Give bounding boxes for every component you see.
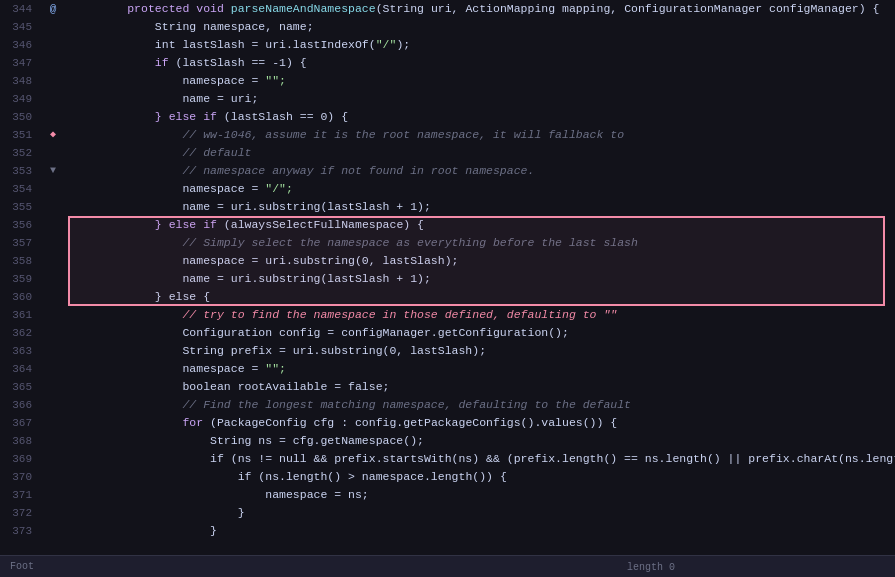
line-content: int lastSlash = uri.lastIndexOf("/"); [68, 36, 895, 54]
line-content: namespace = ""; [68, 360, 895, 378]
code-line: 359 name = uri.substring(lastSlash + 1); [0, 270, 895, 288]
line-number: 370 [0, 468, 38, 486]
line-number: 344 [0, 0, 38, 18]
line-number: 350 [0, 108, 38, 126]
foot-label: Foot [10, 561, 34, 572]
code-line: 369 if (ns != null && prefix.startsWith(… [0, 450, 895, 468]
line-content: String ns = cfg.getNamespace(); [68, 432, 895, 450]
gutter-icon: @ [38, 0, 68, 18]
line-content: namespace = ns; [68, 486, 895, 504]
line-number: 345 [0, 18, 38, 36]
code-line: 351◆ // ww-1046, assume it is the root n… [0, 126, 895, 144]
status-bar: Foot length 0 [0, 555, 895, 577]
code-line: 370 if (ns.length() > namespace.length()… [0, 468, 895, 486]
line-number: 361 [0, 306, 38, 324]
code-line: 344@ protected void parseNameAndNamespac… [0, 0, 895, 18]
line-number: 371 [0, 486, 38, 504]
code-line: 353▼ // namespace anyway if not found in… [0, 162, 895, 180]
gutter-icon: ▼ [38, 162, 68, 180]
line-content: Configuration config = configManager.get… [68, 324, 895, 342]
line-content: String namespace, name; [68, 18, 895, 36]
line-number: 366 [0, 396, 38, 414]
line-content: protected void parseNameAndNamespace(Str… [68, 0, 895, 18]
code-line: 368 String ns = cfg.getNamespace(); [0, 432, 895, 450]
code-line: 354 namespace = "/"; [0, 180, 895, 198]
line-number: 368 [0, 432, 38, 450]
line-number: 351 [0, 126, 38, 144]
line-number: 348 [0, 72, 38, 90]
line-content: name = uri.substring(lastSlash + 1); [68, 270, 895, 288]
line-number: 367 [0, 414, 38, 432]
line-content: String prefix = uri.substring(0, lastSla… [68, 342, 895, 360]
code-line: 362 Configuration config = configManager… [0, 324, 895, 342]
line-number: 352 [0, 144, 38, 162]
line-number: 362 [0, 324, 38, 342]
line-content: namespace = "/"; [68, 180, 895, 198]
line-content: // default [68, 144, 895, 162]
line-content: if (lastSlash == -1) { [68, 54, 895, 72]
line-content: } [68, 504, 895, 522]
line-content: } else if (lastSlash == 0) { [68, 108, 895, 126]
line-number: 349 [0, 90, 38, 108]
line-number: 347 [0, 54, 38, 72]
code-line: 364 namespace = ""; [0, 360, 895, 378]
code-line: 352 // default [0, 144, 895, 162]
line-number: 364 [0, 360, 38, 378]
code-line: 347 if (lastSlash == -1) { [0, 54, 895, 72]
gutter-icon: ◆ [38, 126, 68, 144]
line-number: 363 [0, 342, 38, 360]
code-line: 348 namespace = ""; [0, 72, 895, 90]
line-content: if (ns.length() > namespace.length()) { [68, 468, 895, 486]
line-number: 365 [0, 378, 38, 396]
line-number: 357 [0, 234, 38, 252]
code-line: 350 } else if (lastSlash == 0) { [0, 108, 895, 126]
line-content: namespace = ""; [68, 72, 895, 90]
line-number: 372 [0, 504, 38, 522]
code-area: 344@ protected void parseNameAndNamespac… [0, 0, 895, 577]
line-content: // Simply select the namespace as everyt… [68, 234, 895, 252]
line-content: // ww-1046, assume it is the root namesp… [68, 126, 895, 144]
line-content: // Find the longest matching namespace, … [68, 396, 895, 414]
editor-container: 344@ protected void parseNameAndNamespac… [0, 0, 895, 577]
code-line: 363 String prefix = uri.substring(0, las… [0, 342, 895, 360]
line-number: 356 [0, 216, 38, 234]
line-number: 359 [0, 270, 38, 288]
line-content: } else if (alwaysSelectFullNamespace) { [68, 216, 895, 234]
line-content: // namespace anyway if not found in root… [68, 162, 895, 180]
code-line: 345 String namespace, name; [0, 18, 895, 36]
line-number: 355 [0, 198, 38, 216]
line-content: name = uri; [68, 90, 895, 108]
code-line: 356 } else if (alwaysSelectFullNamespace… [0, 216, 895, 234]
line-content: } else { [68, 288, 895, 306]
line-number: 353 [0, 162, 38, 180]
code-line: 372 } [0, 504, 895, 522]
code-line: 367 for (PackageConfig cfg : config.getP… [0, 414, 895, 432]
line-content: for (PackageConfig cfg : config.getPacka… [68, 414, 895, 432]
line-content: boolean rootAvailable = false; [68, 378, 895, 396]
code-line: 357 // Simply select the namespace as ev… [0, 234, 895, 252]
code-line: 349 name = uri; [0, 90, 895, 108]
code-line: 346 int lastSlash = uri.lastIndexOf("/")… [0, 36, 895, 54]
line-content: if (ns != null && prefix.startsWith(ns) … [68, 450, 895, 468]
line-number: 360 [0, 288, 38, 306]
line-number: 354 [0, 180, 38, 198]
code-line: 361 // try to find the namespace in thos… [0, 306, 895, 324]
line-content: name = uri.substring(lastSlash + 1); [68, 198, 895, 216]
code-line: 358 namespace = uri.substring(0, lastSla… [0, 252, 895, 270]
code-line: 371 namespace = ns; [0, 486, 895, 504]
line-number: 373 [0, 522, 38, 540]
code-line: 355 name = uri.substring(lastSlash + 1); [0, 198, 895, 216]
code-line: 365 boolean rootAvailable = false; [0, 378, 895, 396]
line-number: 369 [0, 450, 38, 468]
line-content: } [68, 522, 895, 540]
line-content: // try to find the namespace in those de… [68, 306, 895, 324]
code-line: 360 } else { [0, 288, 895, 306]
line-content: namespace = uri.substring(0, lastSlash); [68, 252, 895, 270]
line-number: 358 [0, 252, 38, 270]
line-number: 346 [0, 36, 38, 54]
code-line: 366 // Find the longest matching namespa… [0, 396, 895, 414]
code-line: 373 } [0, 522, 895, 540]
length-info: length 0 [627, 562, 675, 573]
